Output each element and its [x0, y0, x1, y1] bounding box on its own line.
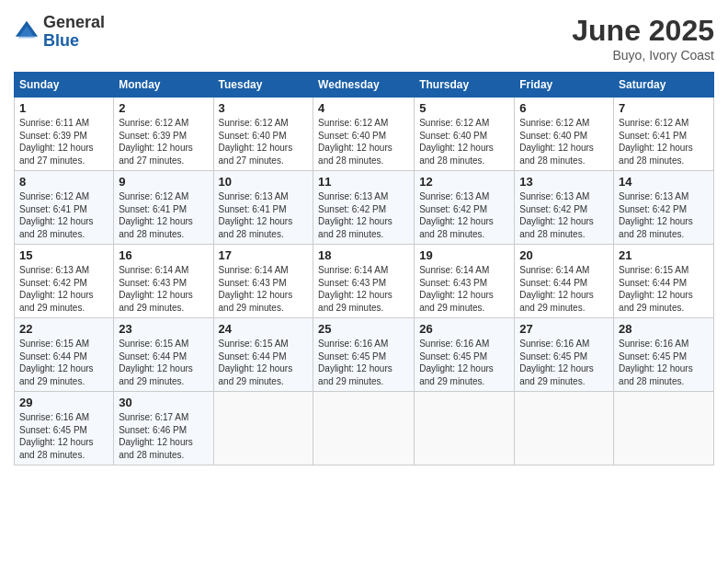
table-row: 5 Sunrise: 6:12 AMSunset: 6:40 PMDayligh…: [415, 98, 515, 171]
day-info: Sunrise: 6:12 AMSunset: 6:40 PMDaylight:…: [519, 117, 609, 167]
day-number: 27: [519, 322, 609, 336]
day-number: 24: [219, 322, 309, 336]
day-info: Sunrise: 6:11 AMSunset: 6:39 PMDaylight:…: [19, 117, 108, 167]
day-number: 22: [19, 322, 108, 336]
day-info: Sunrise: 6:16 AMSunset: 6:45 PMDaylight:…: [619, 338, 709, 387]
table-row: 21 Sunrise: 6:15 AMSunset: 6:44 PMDaylig…: [614, 245, 714, 318]
day-info: Sunrise: 6:13 AMSunset: 6:41 PMDaylight:…: [219, 190, 309, 240]
day-number: 11: [318, 175, 409, 189]
table-row: [415, 392, 515, 465]
day-number: 14: [619, 175, 709, 189]
table-row: 16 Sunrise: 6:14 AMSunset: 6:43 PMDaylig…: [114, 245, 213, 318]
day-number: 9: [119, 175, 208, 189]
col-friday: Friday: [515, 73, 614, 98]
day-number: 6: [519, 101, 609, 115]
day-info: Sunrise: 6:14 AMSunset: 6:43 PMDaylight:…: [419, 264, 509, 314]
table-row: 8 Sunrise: 6:12 AMSunset: 6:41 PMDayligh…: [15, 171, 114, 245]
day-number: 4: [318, 101, 409, 115]
day-info: Sunrise: 6:14 AMSunset: 6:43 PMDaylight:…: [219, 264, 309, 314]
day-info: Sunrise: 6:12 AMSunset: 6:39 PMDaylight:…: [119, 117, 208, 167]
day-info: Sunrise: 6:13 AMSunset: 6:42 PMDaylight:…: [19, 264, 108, 314]
table-row: 1 Sunrise: 6:11 AMSunset: 6:39 PMDayligh…: [15, 98, 114, 171]
month-title: June 2025: [572, 14, 714, 48]
day-info: Sunrise: 6:14 AMSunset: 6:44 PMDaylight:…: [519, 264, 609, 314]
day-number: 7: [619, 101, 709, 115]
day-info: Sunrise: 6:16 AMSunset: 6:45 PMDaylight:…: [19, 411, 108, 461]
table-row: [313, 392, 415, 465]
logo-blue-text: Blue: [43, 32, 105, 51]
day-info: Sunrise: 6:13 AMSunset: 6:42 PMDaylight:…: [519, 190, 609, 240]
day-info: Sunrise: 6:13 AMSunset: 6:42 PMDaylight:…: [619, 190, 709, 240]
day-number: 20: [519, 248, 609, 262]
col-tuesday: Tuesday: [213, 73, 313, 98]
calendar-table: Sunday Monday Tuesday Wednesday Thursday…: [14, 72, 714, 465]
header-row: Sunday Monday Tuesday Wednesday Thursday…: [15, 73, 714, 98]
location: Buyo, Ivory Coast: [572, 48, 714, 63]
logo: General Blue: [14, 14, 105, 51]
day-info: Sunrise: 6:15 AMSunset: 6:44 PMDaylight:…: [619, 264, 709, 314]
day-info: Sunrise: 6:13 AMSunset: 6:42 PMDaylight:…: [419, 190, 509, 240]
col-sunday: Sunday: [15, 73, 114, 98]
day-number: 13: [519, 175, 609, 189]
day-number: 18: [318, 248, 409, 262]
day-info: Sunrise: 6:12 AMSunset: 6:40 PMDaylight:…: [219, 117, 309, 167]
table-row: [614, 392, 714, 465]
col-thursday: Thursday: [415, 73, 515, 98]
table-row: 30 Sunrise: 6:17 AMSunset: 6:46 PMDaylig…: [114, 392, 213, 465]
table-row: 4 Sunrise: 6:12 AMSunset: 6:40 PMDayligh…: [313, 98, 415, 171]
day-info: Sunrise: 6:15 AMSunset: 6:44 PMDaylight:…: [219, 338, 309, 387]
col-wednesday: Wednesday: [313, 73, 415, 98]
table-row: 18 Sunrise: 6:14 AMSunset: 6:43 PMDaylig…: [313, 245, 415, 318]
day-info: Sunrise: 6:16 AMSunset: 6:45 PMDaylight:…: [318, 338, 409, 387]
day-number: 26: [419, 322, 509, 336]
logo-icon: [14, 19, 40, 45]
day-number: 5: [419, 101, 509, 115]
day-number: 16: [119, 248, 208, 262]
day-info: Sunrise: 6:13 AMSunset: 6:42 PMDaylight:…: [318, 190, 409, 240]
table-row: [213, 392, 313, 465]
day-info: Sunrise: 6:15 AMSunset: 6:44 PMDaylight:…: [119, 338, 208, 387]
day-info: Sunrise: 6:12 AMSunset: 6:40 PMDaylight:…: [419, 117, 509, 167]
day-number: 12: [419, 175, 509, 189]
day-number: 23: [119, 322, 208, 336]
table-row: 23 Sunrise: 6:15 AMSunset: 6:44 PMDaylig…: [114, 318, 213, 392]
day-info: Sunrise: 6:16 AMSunset: 6:45 PMDaylight:…: [519, 338, 609, 387]
table-row: 10 Sunrise: 6:13 AMSunset: 6:41 PMDaylig…: [213, 171, 313, 245]
table-row: 12 Sunrise: 6:13 AMSunset: 6:42 PMDaylig…: [415, 171, 515, 245]
page: General Blue June 2025 Buyo, Ivory Coast…: [0, 0, 728, 563]
title-section: June 2025 Buyo, Ivory Coast: [572, 14, 714, 63]
table-row: 22 Sunrise: 6:15 AMSunset: 6:44 PMDaylig…: [15, 318, 114, 392]
day-info: Sunrise: 6:12 AMSunset: 6:40 PMDaylight:…: [318, 117, 409, 167]
table-row: 19 Sunrise: 6:14 AMSunset: 6:43 PMDaylig…: [415, 245, 515, 318]
day-number: 10: [219, 175, 309, 189]
table-row: 6 Sunrise: 6:12 AMSunset: 6:40 PMDayligh…: [515, 98, 614, 171]
header: General Blue June 2025 Buyo, Ivory Coast: [14, 14, 714, 63]
table-row: 11 Sunrise: 6:13 AMSunset: 6:42 PMDaylig…: [313, 171, 415, 245]
day-number: 3: [219, 101, 309, 115]
table-row: 24 Sunrise: 6:15 AMSunset: 6:44 PMDaylig…: [213, 318, 313, 392]
day-info: Sunrise: 6:12 AMSunset: 6:41 PMDaylight:…: [119, 190, 208, 240]
day-number: 19: [419, 248, 509, 262]
day-number: 21: [619, 248, 709, 262]
day-number: 30: [119, 396, 208, 409]
table-row: 9 Sunrise: 6:12 AMSunset: 6:41 PMDayligh…: [114, 171, 213, 245]
table-row: 28 Sunrise: 6:16 AMSunset: 6:45 PMDaylig…: [614, 318, 714, 392]
table-row: 29 Sunrise: 6:16 AMSunset: 6:45 PMDaylig…: [15, 392, 114, 465]
table-row: 2 Sunrise: 6:12 AMSunset: 6:39 PMDayligh…: [114, 98, 213, 171]
table-row: [515, 392, 614, 465]
table-row: 27 Sunrise: 6:16 AMSunset: 6:45 PMDaylig…: [515, 318, 614, 392]
day-number: 28: [619, 322, 709, 336]
day-number: 8: [19, 175, 108, 189]
day-info: Sunrise: 6:14 AMSunset: 6:43 PMDaylight:…: [119, 264, 208, 314]
table-row: 14 Sunrise: 6:13 AMSunset: 6:42 PMDaylig…: [614, 171, 714, 245]
day-info: Sunrise: 6:12 AMSunset: 6:41 PMDaylight:…: [619, 117, 709, 167]
day-number: 17: [219, 248, 309, 262]
table-row: 15 Sunrise: 6:13 AMSunset: 6:42 PMDaylig…: [15, 245, 114, 318]
day-number: 1: [19, 101, 108, 115]
day-info: Sunrise: 6:12 AMSunset: 6:41 PMDaylight:…: [19, 190, 108, 240]
day-number: 2: [119, 101, 208, 115]
table-row: 17 Sunrise: 6:14 AMSunset: 6:43 PMDaylig…: [213, 245, 313, 318]
day-info: Sunrise: 6:14 AMSunset: 6:43 PMDaylight:…: [318, 264, 409, 314]
logo-general-text: General: [43, 14, 105, 32]
table-row: 25 Sunrise: 6:16 AMSunset: 6:45 PMDaylig…: [313, 318, 415, 392]
